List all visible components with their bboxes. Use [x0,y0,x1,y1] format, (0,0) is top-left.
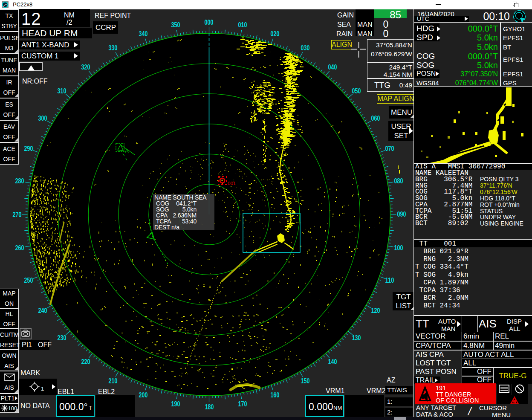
svg-text:320: 320 [81,64,90,71]
svg-text:210: 210 [109,377,118,385]
svg-text:160: 160 [271,391,280,399]
svg-text:250: 250 [24,277,33,284]
svg-text:140: 140 [328,358,337,365]
svg-text:200: 200 [139,391,148,399]
svg-text:190: 190 [171,400,180,408]
svg-text:280: 280 [15,177,24,185]
svg-text:110: 110 [385,277,394,284]
svg-text:120: 120 [371,307,380,314]
svg-text:220: 220 [81,358,90,365]
svg-text:060: 060 [371,115,380,122]
svg-text:180: 180 [205,403,214,411]
svg-text:001: 001 [228,181,236,186]
svg-text:230: 230 [58,334,66,342]
svg-text:290: 290 [24,145,33,152]
svg-text:000: 000 [205,19,214,26]
svg-text:020: 020 [271,30,280,38]
svg-text:170: 170 [238,400,247,408]
svg-text:070: 070 [385,145,394,152]
svg-text:090: 090 [397,211,406,218]
svg-text:310: 310 [58,87,66,95]
svg-text:010: 010 [238,21,247,29]
svg-text:A: A [125,148,129,154]
svg-text:100: 100 [394,244,403,252]
svg-text:270: 270 [13,211,22,218]
svg-text:080: 080 [394,177,403,185]
svg-text:240: 240 [38,307,47,314]
svg-text:260: 260 [15,244,24,252]
svg-text:050: 050 [352,87,361,95]
svg-text:330: 330 [109,44,118,52]
svg-text:300: 300 [38,115,47,122]
svg-text:150: 150 [301,377,310,385]
svg-text:130: 130 [352,334,361,342]
svg-text:350: 350 [171,21,180,29]
svg-text:030: 030 [301,44,310,52]
svg-text:040: 040 [328,64,337,71]
svg-text:340: 340 [139,30,148,38]
